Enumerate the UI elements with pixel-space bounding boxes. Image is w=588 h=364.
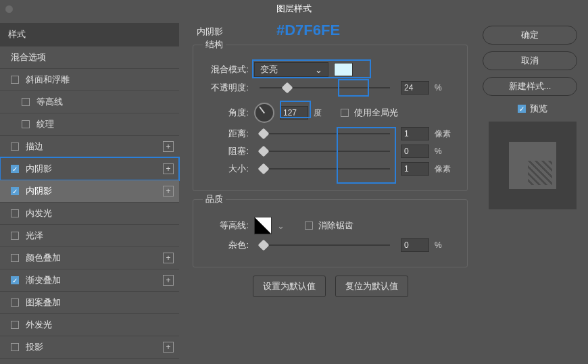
- plus-icon[interactable]: +: [163, 141, 174, 152]
- contour-picker[interactable]: [254, 217, 272, 234]
- noise-input[interactable]: 0: [401, 238, 429, 252]
- preview-inner: [509, 142, 556, 189]
- opacity-input[interactable]: 24: [401, 81, 429, 95]
- blend-mode-row: 混合模式: 变亮 ⌄: [204, 62, 456, 77]
- opacity-label: 不透明度:: [204, 82, 249, 94]
- cancel-button[interactable]: 取消: [483, 51, 577, 70]
- angle-input[interactable]: 127: [280, 106, 308, 120]
- main: 样式 混合选项 斜面和浮雕等高线纹理描边+✓内阴影+✓内阴影+内发光光泽颜色叠加…: [0, 18, 588, 364]
- sidebar-item-label: 描边: [26, 140, 43, 153]
- sidebar-item-blend-options[interactable]: 混合选项: [0, 46, 179, 69]
- plus-icon[interactable]: +: [163, 253, 174, 263]
- sidebar-item-3[interactable]: 描边+: [0, 136, 179, 158]
- new-style-button[interactable]: 新建样式...: [483, 77, 577, 96]
- blend-mode-label: 混合模式:: [204, 63, 249, 76]
- size-input[interactable]: 1: [401, 162, 429, 176]
- distance-slider[interactable]: [260, 133, 390, 134]
- angle-dial[interactable]: [254, 103, 274, 123]
- blend-mode-value: 变亮: [260, 63, 278, 76]
- sidebar-item-label: 内阴影: [26, 163, 52, 175]
- opacity-unit: %: [435, 83, 456, 93]
- choke-unit: %: [435, 147, 456, 156]
- sidebar-item-label: 纹理: [36, 118, 54, 130]
- size-label: 大小:: [204, 163, 249, 175]
- size-row: 大小: 1 像素: [204, 162, 456, 176]
- angle-unit: 度: [314, 107, 335, 119]
- sidebar-item-7[interactable]: 光泽: [0, 225, 179, 247]
- noise-row: 杂色: 0 %: [204, 238, 456, 252]
- preview-checkbox[interactable]: ✓: [518, 105, 526, 113]
- sidebar-item-9[interactable]: ✓渐变叠加+: [0, 269, 179, 292]
- color-well[interactable]: [334, 63, 353, 76]
- sidebar-item-checkbox[interactable]: [11, 298, 19, 307]
- sidebar-item-5[interactable]: ✓内阴影+: [0, 180, 179, 203]
- sidebar-item-10[interactable]: 图案叠加: [0, 292, 179, 314]
- antialias-checkbox[interactable]: [305, 222, 313, 230]
- sidebar-item-1[interactable]: 等高线: [0, 91, 179, 113]
- styles-header[interactable]: 样式: [0, 23, 179, 46]
- sidebar-item-checkbox[interactable]: [11, 209, 19, 217]
- chevron-down-icon[interactable]: ⌄: [277, 221, 285, 231]
- sidebar-item-2[interactable]: 纹理: [0, 113, 179, 136]
- noise-label: 杂色:: [204, 239, 249, 251]
- sidebar-item-checkbox[interactable]: [11, 321, 19, 329]
- noise-slider[interactable]: [260, 244, 390, 246]
- plus-icon[interactable]: +: [163, 342, 174, 353]
- global-light-checkbox[interactable]: [341, 109, 349, 117]
- sidebar-item-checkbox[interactable]: ✓: [11, 276, 19, 284]
- sidebar-item-checkbox[interactable]: ✓: [11, 165, 19, 173]
- distance-label: 距离:: [204, 128, 249, 140]
- sidebar-item-label: 光泽: [26, 230, 43, 242]
- structure-group-label: 结构: [203, 38, 226, 51]
- sidebar-item-label: 混合选项: [11, 51, 46, 63]
- settings-panel: 内阴影 #D7F6FE 结构 混合模式: 变亮 ⌄ 不透明度:: [193, 23, 474, 359]
- plus-icon[interactable]: +: [163, 186, 174, 197]
- blend-mode-dropdown[interactable]: 变亮 ⌄: [254, 62, 328, 77]
- set-default-button[interactable]: 设置为默认值: [253, 276, 326, 297]
- ok-button[interactable]: 确定: [483, 26, 577, 45]
- sidebar-item-checkbox[interactable]: [11, 232, 19, 240]
- quality-group: 品质 等高线: ⌄ 消除锯齿 杂色: 0 %: [193, 199, 468, 267]
- distance-unit: 像素: [435, 128, 456, 140]
- sidebar-item-6[interactable]: 内发光: [0, 203, 179, 225]
- size-unit: 像素: [435, 163, 456, 175]
- sidebar-item-8[interactable]: 颜色叠加+: [0, 247, 179, 269]
- sidebar-item-0[interactable]: 斜面和浮雕: [0, 69, 179, 91]
- sidebar-item-checkbox[interactable]: [11, 142, 19, 151]
- contour-row: 等高线: ⌄ 消除锯齿: [204, 217, 456, 234]
- right-panel: 确定 取消 新建样式... ✓ 预览: [474, 23, 583, 359]
- sidebar-item-4[interactable]: ✓内阴影+: [0, 158, 179, 180]
- angle-label: 角度:: [204, 107, 249, 119]
- choke-label: 阻塞:: [204, 145, 249, 157]
- sidebar-item-label: 颜色叠加: [26, 252, 61, 264]
- sidebar-item-label: 外发光: [26, 319, 52, 331]
- sidebar-item-label: 内发光: [26, 207, 52, 219]
- sidebar-item-checkbox[interactable]: [11, 343, 19, 351]
- sidebar-item-checkbox[interactable]: [22, 98, 30, 106]
- size-slider[interactable]: [260, 168, 390, 170]
- choke-input[interactable]: 0: [401, 145, 429, 158]
- close-icon[interactable]: [5, 5, 13, 13]
- panel-title: 内阴影: [197, 26, 468, 38]
- sidebar-item-label: 渐变叠加: [26, 274, 61, 286]
- sidebar-item-checkbox[interactable]: ✓: [11, 187, 19, 195]
- sidebar-item-checkbox[interactable]: [11, 254, 19, 262]
- distance-input[interactable]: 1: [401, 127, 429, 140]
- preview-swatch: [489, 122, 577, 209]
- reset-default-button[interactable]: 复位为默认值: [335, 276, 408, 297]
- antialias-label: 消除锯齿: [318, 219, 353, 232]
- sidebar-item-checkbox[interactable]: [22, 120, 30, 128]
- choke-slider[interactable]: [260, 151, 390, 152]
- sidebar-item-12[interactable]: 投影+: [0, 336, 179, 359]
- sidebar-item-checkbox[interactable]: [11, 76, 19, 84]
- sidebar-item-11[interactable]: 外发光: [0, 314, 179, 336]
- structure-group: 结构 混合模式: 变亮 ⌄ 不透明度: 24: [193, 45, 468, 191]
- content: 内阴影 #D7F6FE 结构 混合模式: 变亮 ⌄ 不透明度:: [179, 18, 588, 364]
- opacity-slider[interactable]: [260, 87, 390, 88]
- preview-toggle[interactable]: ✓ 预览: [483, 103, 583, 115]
- defaults-row: 设置为默认值 复位为默认值: [193, 276, 468, 297]
- plus-icon[interactable]: +: [163, 163, 174, 174]
- opacity-row: 不透明度: 24 %: [204, 81, 456, 95]
- sidebar-item-label: 图案叠加: [26, 296, 61, 309]
- plus-icon[interactable]: +: [163, 275, 174, 286]
